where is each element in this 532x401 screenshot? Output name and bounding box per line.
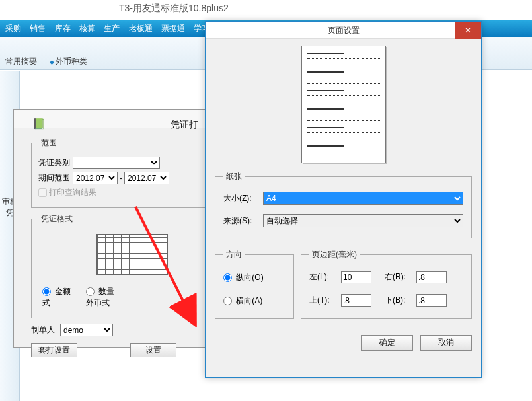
- shortcut-common-summary[interactable]: 常用摘要: [5, 56, 37, 67]
- scope-legend: 范围: [38, 137, 59, 149]
- paper-source-select[interactable]: 自动选择: [263, 214, 463, 227]
- maker-label: 制单人: [31, 324, 60, 336]
- margin-bottom-label: 下(B):: [385, 295, 412, 306]
- margin-left-label: 左(L):: [309, 272, 337, 283]
- margin-top-label: 上(T):: [309, 295, 337, 306]
- menu-item[interactable]: 生产: [104, 24, 120, 33]
- page-setup-titlebar: 页面设置 ✕: [206, 22, 481, 39]
- orientation-legend: 方向: [223, 249, 245, 260]
- page-setup-title: 页面设置: [328, 26, 360, 35]
- print-query-result-label: 打印查询结果: [49, 187, 96, 198]
- qtyfx-radio[interactable]: 数量外币式: [86, 286, 120, 309]
- dialog-title: 凭证打: [171, 119, 198, 131]
- grid-preview-icon: [96, 234, 168, 275]
- landscape-radio[interactable]: 横向(A): [223, 296, 262, 305]
- amount-radio[interactable]: 金额式: [42, 286, 77, 309]
- print-query-result-checkbox: [38, 188, 47, 197]
- close-button[interactable]: ✕: [455, 22, 481, 39]
- ok-button[interactable]: 确定: [361, 335, 413, 351]
- paper-size-label: 大小(Z):: [223, 193, 263, 204]
- menu-item[interactable]: 票据通: [161, 24, 185, 33]
- menu-item[interactable]: 销售: [30, 24, 46, 33]
- margin-right-label: 右(R):: [385, 272, 412, 283]
- margins-fieldset: 页边距(毫米) 左(L): 右(R): 上(T): 下(B):: [301, 249, 472, 319]
- menu-item[interactable]: 核算: [79, 24, 95, 33]
- paper-legend: 纸张: [223, 171, 245, 182]
- voucher-type-label: 凭证类别: [38, 157, 73, 168]
- period-from-select[interactable]: 2012.07: [73, 172, 118, 184]
- paper-size-select[interactable]: A4: [263, 192, 463, 205]
- paper-source-label: 来源(S):: [223, 215, 263, 227]
- margin-right-input[interactable]: [416, 271, 447, 283]
- cancel-button[interactable]: 取消: [420, 335, 472, 351]
- format-legend: 凭证格式: [38, 213, 75, 225]
- diamond-icon: ◆: [50, 59, 54, 65]
- shortcut-currency-type[interactable]: ◆外币种类: [50, 56, 87, 67]
- menu-item[interactable]: 老板通: [129, 24, 153, 33]
- setup-button[interactable]: 设置: [130, 343, 176, 357]
- margins-legend: 页边距(毫米): [309, 249, 360, 260]
- menu-item[interactable]: 采购: [5, 24, 21, 33]
- voucher-type-select[interactable]: [73, 157, 160, 169]
- page-setup-dialog: 页面设置 ✕ 纸张 大小(Z): A4 来源(S): 自动选: [205, 21, 482, 378]
- paper-fieldset: 纸张 大小(Z): A4 来源(S): 自动选择: [215, 171, 472, 238]
- period-range-label: 期间范围: [38, 172, 73, 184]
- margin-left-input[interactable]: [341, 271, 371, 283]
- period-to-select[interactable]: 2012.07: [124, 172, 169, 184]
- page-preview-icon: [301, 46, 386, 163]
- close-icon: ✕: [465, 26, 471, 35]
- margin-top-input[interactable]: [341, 294, 371, 307]
- margin-bottom-input[interactable]: [416, 294, 447, 307]
- app-title: T3-用友通标准版10.8plus2: [119, 3, 229, 15]
- maker-select[interactable]: demo: [60, 324, 113, 336]
- scope-fieldset: 范围 凭证类别 期间范围 2012.07 - 2012.07 打印查询结果: [31, 137, 233, 208]
- format-fieldset: 凭证格式 金额式 数量外币式: [31, 213, 233, 318]
- books-icon: 📗: [32, 118, 46, 130]
- portrait-radio[interactable]: 纵向(O): [223, 273, 264, 282]
- menu-item[interactable]: 库存: [55, 24, 71, 33]
- batch-print-settings-button[interactable]: 套打设置: [31, 343, 77, 357]
- orientation-fieldset: 方向 纵向(O) 横向(A): [215, 249, 294, 319]
